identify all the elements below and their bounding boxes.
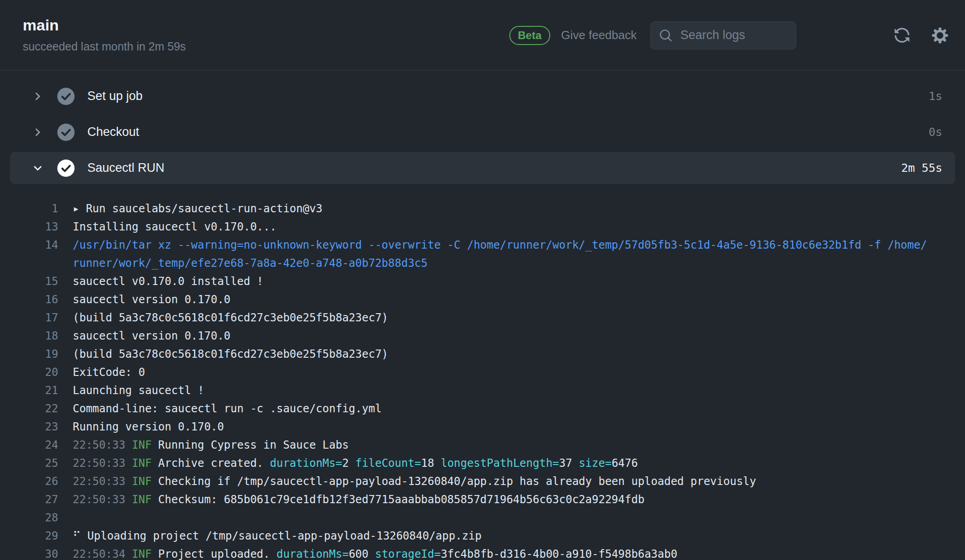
step-label: Set up job [87, 89, 143, 103]
log-line-number[interactable]: 13 [27, 218, 58, 236]
log-line-content: saucectl v0.170.0 installed ! [73, 272, 930, 290]
log-line-number[interactable]: 25 [27, 454, 58, 472]
log-line-number[interactable]: 22 [27, 400, 58, 418]
search-input[interactable] [679, 28, 788, 43]
log-line: 22Command-line: saucectl run -c .sauce/c… [27, 400, 965, 418]
log-line: 2722:50:33 INF Checksum: 685b061c79ce1df… [27, 490, 965, 509]
log-line-content: ExitCode: 0 [73, 363, 930, 381]
log-line: 21Launching saucectl ! [27, 381, 965, 400]
log-line-content: ⠋ Uploading project /tmp/saucectl-app-pa… [73, 527, 930, 545]
log-line-content: 22:50:33 INF Archive created. durationMs… [73, 454, 930, 472]
header-actions: Beta Give feedback [509, 0, 949, 70]
search-box[interactable] [650, 21, 796, 50]
search-icon [659, 29, 673, 42]
give-feedback-link[interactable]: Give feedback [561, 28, 637, 42]
log-line-content: 22:50:33 INF Running Cypress in Sauce La… [73, 436, 930, 454]
log-line-content: (build 5a3c78c0c5618c01f6cd27c3eb0e25f5b… [73, 309, 930, 327]
settings-button[interactable] [931, 27, 949, 44]
log-line-content: ▸ Run saucelabs/saucectl-run-action@v3 [73, 200, 930, 218]
log-line-number[interactable]: 1 [27, 200, 58, 218]
log-line: 1▸ Run saucelabs/saucectl-run-action@v3 [27, 200, 965, 218]
log-line-number[interactable]: 15 [27, 272, 58, 290]
refresh-button[interactable] [894, 27, 910, 44]
log-line-content [73, 509, 930, 527]
step-row-saucectl-run[interactable]: Saucectl RUN2m 55s [10, 152, 955, 184]
log-line-number[interactable]: 21 [27, 381, 58, 400]
log-line-content: saucectl version 0.170.0 [73, 290, 930, 309]
log-line: 17(build 5a3c78c0c5618c01f6cd27c3eb0e25f… [27, 309, 965, 327]
log-line-number[interactable]: 29 [27, 527, 58, 545]
log-line: 16saucectl version 0.170.0 [27, 290, 965, 309]
log-line: 18saucectl version 0.170.0 [27, 327, 965, 345]
log-line-content: saucectl version 0.170.0 [73, 327, 930, 345]
success-check-icon [57, 160, 75, 177]
job-header: main succeeded last month in 2m 59s Beta… [0, 0, 965, 70]
log-line-number[interactable]: 23 [27, 418, 58, 436]
log-line-number[interactable]: 16 [27, 290, 58, 309]
log-line-number[interactable]: 17 [27, 309, 58, 327]
log-line: 23Running version 0.170.0 [27, 418, 965, 436]
step-duration: 2m 55s [901, 161, 942, 175]
log-line: 2422:50:33 INF Running Cypress in Sauce … [27, 436, 965, 454]
log-line-number[interactable]: 30 [27, 545, 58, 560]
log-line: 3022:50:34 INF Project uploaded. duratio… [27, 545, 965, 560]
step-label: Checkout [87, 125, 139, 139]
success-check-icon [57, 124, 75, 141]
page-title: main [23, 16, 59, 34]
log-line-number[interactable]: 20 [27, 363, 58, 381]
log-line-content: Launching saucectl ! [73, 381, 930, 400]
log-line-number[interactable]: 19 [27, 345, 58, 363]
beta-badge: Beta [509, 26, 550, 45]
log-line: 15saucectl v0.170.0 installed ! [27, 272, 965, 290]
log-line: 13Installing saucectl v0.170.0... [27, 218, 965, 236]
success-check-icon [57, 88, 75, 105]
log-line: 2522:50:33 INF Archive created. duration… [27, 454, 965, 472]
log-line-number[interactable]: 27 [27, 490, 58, 509]
log-line: 14/usr/bin/tar xz --warning=no-unknown-k… [27, 236, 965, 272]
chevron-down-icon [32, 162, 44, 174]
status-subtitle: succeeded last month in 2m 59s [23, 40, 186, 53]
log-line: 28 [27, 509, 965, 527]
sync-icon [894, 27, 910, 44]
log-line-content: Command-line: saucectl run -c .sauce/con… [73, 400, 930, 418]
log-line-number[interactable]: 26 [27, 472, 58, 490]
log-line-content: (build 5a3c78c0c5618c01f6cd27c3eb0e25f5b… [73, 345, 930, 363]
log-line: 20ExitCode: 0 [27, 363, 965, 381]
chevron-right-icon [32, 126, 44, 138]
chevron-right-icon [32, 90, 44, 102]
log-line-content: Running version 0.170.0 [73, 418, 930, 436]
log-line-number[interactable]: 14 [27, 236, 58, 254]
log-line: 19(build 5a3c78c0c5618c01f6cd27c3eb0e25f… [27, 345, 965, 363]
step-label: Saucectl RUN [87, 161, 165, 175]
log-line-content: 22:50:33 INF Checking if /tmp/saucectl-a… [73, 472, 930, 490]
step-row-checkout[interactable]: Checkout0s [10, 116, 955, 148]
log-line-number[interactable]: 28 [27, 509, 58, 527]
log-line-content: 22:50:33 INF Checksum: 685b061c79ce1dfb1… [73, 490, 930, 509]
gear-icon [931, 27, 949, 44]
step-list: Set up job1sCheckout0sSaucectl RUN2m 55s [0, 80, 965, 184]
log-line: 29⠋ Uploading project /tmp/saucectl-app-… [27, 527, 965, 545]
log-line: 2622:50:33 INF Checking if /tmp/saucectl… [27, 472, 965, 490]
log-line-content: Installing saucectl v0.170.0... [73, 218, 930, 236]
step-duration: 0s [929, 125, 942, 139]
log-viewer: 1▸ Run saucelabs/saucectl-run-action@v31… [0, 188, 965, 560]
step-duration: 1s [929, 90, 942, 103]
log-line-content: 22:50:34 INF Project uploaded. durationM… [73, 545, 930, 560]
step-row-set-up-job[interactable]: Set up job1s [10, 80, 955, 112]
log-line-content: /usr/bin/tar xz --warning=no-unknown-key… [73, 236, 930, 272]
log-line-number[interactable]: 18 [27, 327, 58, 345]
log-line-number[interactable]: 24 [27, 436, 58, 454]
